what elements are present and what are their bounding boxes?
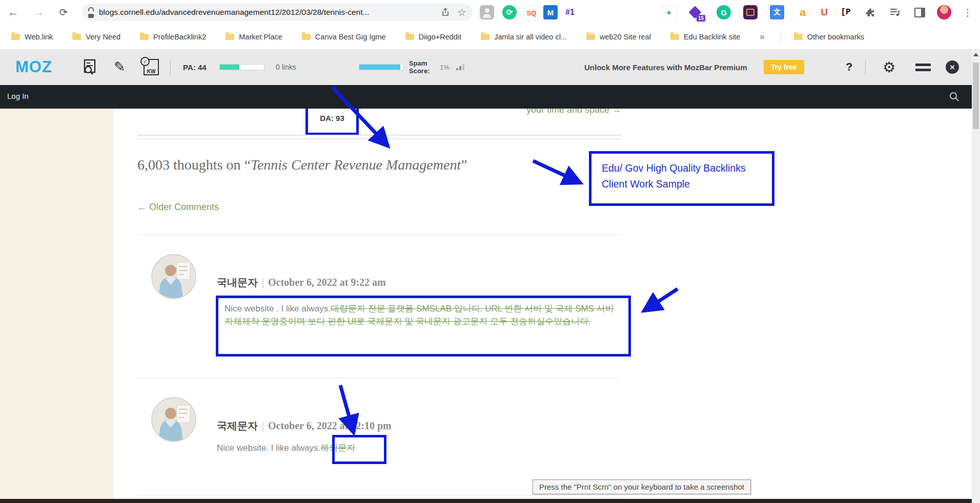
divider (170, 59, 171, 75)
folder-icon (794, 34, 803, 40)
refresh-icon[interactable]: ⟳ (56, 5, 71, 19)
bookmark-profilebacklink2[interactable]: ProfileBacklink2 (140, 33, 206, 41)
extension-person-icon[interactable] (480, 5, 494, 19)
comments-heading: 6,003 thoughts on “Tennis Center Revenue… (137, 157, 624, 173)
pa-progress-bar (219, 64, 264, 70)
folder-icon (405, 34, 414, 40)
bookmark-market-place[interactable]: Market Place (226, 33, 282, 41)
da-score: DA: 93 (320, 114, 344, 122)
avatar (151, 254, 196, 299)
log-in-link[interactable]: Log In (7, 92, 29, 100)
folder-icon (670, 34, 679, 40)
minimize-lines-icon[interactable] (915, 49, 931, 85)
spam-score-label: SpamScore: (409, 49, 430, 85)
extension-diamond-icon[interactable]: 15 (688, 5, 702, 19)
divider (865, 59, 866, 75)
bookmark-canva-best-gig[interactable]: Canva Best Gig Igme (302, 33, 386, 41)
extension-translate-icon[interactable]: 文 (770, 5, 784, 19)
bookmarks-overflow-chevron[interactable]: » (760, 32, 764, 42)
search-icon[interactable] (949, 92, 959, 102)
folder-icon (72, 34, 81, 40)
comment-date[interactable]: October 6, 2022 at 9:22 am (268, 277, 386, 288)
side-panel-icon[interactable] (912, 5, 927, 19)
da-progress-bar (359, 64, 404, 70)
chrome-menu-icon[interactable]: ⋮ (961, 5, 975, 19)
extension-rank-icon[interactable]: #1 (563, 5, 577, 19)
extension-amazon-icon[interactable]: a (795, 5, 810, 19)
bookmark-web20-site[interactable]: web20 Site real (586, 33, 651, 41)
url-text[interactable]: blogs.cornell.edu/advancedrevenuemanagem… (99, 8, 369, 17)
folder-icon (226, 34, 234, 40)
links-count[interactable]: 0 links (276, 49, 296, 85)
mozbar-premium-promo: Unlock More Features with MozBar Premium (584, 49, 747, 85)
extension-clipboard-add-icon[interactable]: + (661, 5, 677, 20)
forward-icon[interactable]: → (32, 5, 46, 19)
moz-logo[interactable]: MOZ (15, 49, 52, 85)
extension-moz-icon[interactable]: M (543, 5, 558, 19)
bookmark-star-icon[interactable]: ☆ (457, 6, 466, 18)
extension-grammarly-icon[interactable]: G (717, 5, 731, 19)
scrollbar[interactable] (972, 49, 980, 503)
keyword-annotation-box (332, 435, 386, 464)
extension-cp-icon[interactable]: [P (839, 5, 853, 19)
browser-toolbar: ← → ⟳ blogs.cornell.edu/advancedrevenuem… (0, 0, 980, 25)
blog-sidebar (0, 109, 113, 499)
arrow-comment-box (647, 289, 678, 309)
spam-score-value: 1% (440, 49, 450, 85)
extension-purple-app-icon[interactable] (743, 5, 758, 19)
sample-label-text: Edu/ Gov High Quality BacklinksClient Wo… (591, 154, 772, 192)
playlist-icon[interactable] (888, 5, 902, 19)
help-icon[interactable]: ? (846, 49, 852, 85)
mozbar-toolbar: MOZ ✎ KW✓ PA: 44 0 links DA: 93 SpamScor… (0, 49, 972, 86)
extension-ubersuggest-icon[interactable]: U (817, 5, 831, 19)
folder-icon (11, 34, 20, 40)
scrollbar-thumb[interactable] (973, 62, 979, 129)
comment-date[interactable]: October 6, 2022 at 12:10 pm (268, 420, 392, 431)
settings-gear-icon[interactable]: ⚙ (883, 49, 895, 85)
folder-icon (586, 34, 595, 40)
screenshot-tooltip: Press the "Prnt Scrn" on your keyboard t… (533, 479, 751, 494)
folder-icon (140, 34, 149, 40)
try-free-button[interactable]: Try free (764, 49, 804, 85)
comment-author[interactable]: 국제문자 (217, 420, 258, 431)
spam-bars-icon (456, 49, 464, 85)
sample-label-box: Edu/ Gov High Quality BacklinksClient Wo… (589, 151, 774, 206)
bookmark-very-need[interactable]: Very Need (72, 33, 120, 41)
divider (780, 31, 781, 43)
other-bookmarks[interactable]: Other bookmarks (794, 33, 864, 41)
page-analysis-icon[interactable] (82, 49, 97, 85)
bookmark-edu-backlink[interactable]: Edu Backlink site (670, 33, 740, 41)
divider (137, 235, 621, 235)
comment-annotation-box: Nice website . I like always.대량문자 전문 플랫폼… (216, 296, 631, 357)
divider (137, 135, 621, 136)
avatar (151, 397, 196, 442)
highlight-pencil-icon[interactable]: ✎ (114, 49, 126, 85)
close-icon[interactable]: ✕ (946, 49, 959, 85)
share-icon[interactable] (441, 8, 450, 17)
comment-author-line: 국제문자|October 6, 2022 at 12:10 pm (217, 419, 392, 433)
comment-body: Nice website. I like always.해외문자 (217, 442, 576, 454)
comment-author[interactable]: 국내문자 (217, 277, 258, 288)
page-footer-edge (0, 499, 972, 503)
divider (137, 495, 621, 495)
profile-avatar[interactable] (937, 5, 951, 19)
back-icon[interactable]: ← (6, 5, 21, 19)
extension-sync-icon[interactable]: ⟳ (502, 5, 517, 19)
scrollbar-up-arrow[interactable] (973, 53, 978, 56)
divider (137, 378, 621, 378)
extension-seoquake-icon[interactable]: SQ (524, 5, 539, 20)
wp-admin-bar: Log In (0, 85, 972, 109)
bookmark-web-link[interactable]: Web.link (11, 33, 53, 41)
bookmarks-bar: Web.link Very Need ProfileBacklink2 Mark… (0, 25, 980, 49)
browser-window: ← → ⟳ blogs.cornell.edu/advancedrevenuem… (0, 0, 980, 503)
comment-author-line: 국내문자|October 6, 2022 at 9:22 am (217, 276, 386, 289)
divider (137, 138, 621, 139)
pa-score: PA: 44 (183, 49, 207, 85)
bookmark-jamla-videos[interactable]: Jamla sir all video cl... (481, 33, 567, 41)
address-bar[interactable]: blogs.cornell.edu/advancedrevenuemanagem… (82, 4, 473, 21)
bookmark-diigo-reddit[interactable]: Diigo+Reddit (405, 33, 461, 41)
extensions-puzzle-icon[interactable] (863, 5, 877, 19)
lock-icon (88, 7, 94, 18)
keyword-kw-icon[interactable]: KW✓ (144, 49, 159, 85)
older-comments-link[interactable]: ← Older Comments (137, 202, 219, 213)
